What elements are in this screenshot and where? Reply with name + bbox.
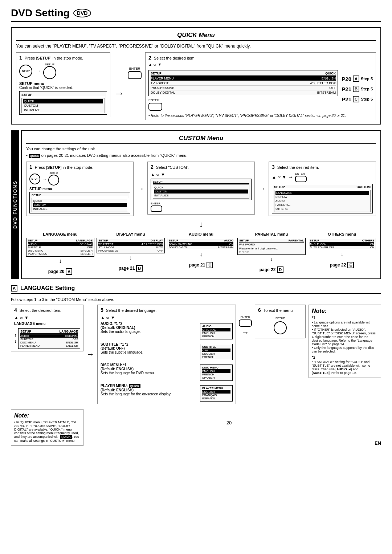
others-menu-screen: SETUPOTHERS ANGLE ICONON AUTO POWER OFFO… (308, 238, 376, 250)
lang-intro: Follow steps 1 to 3 in the "CUSTOM Menu"… (11, 297, 381, 302)
playermenu-lang-item: PLAYER MENU: QUICK (Default: ENGLISH) Se… (101, 384, 233, 402)
custom-step3-screen: SETUPCUSTOM LANGUAGE DISPLAY AUDIO PAREN… (272, 184, 373, 213)
enter-area-2: ENTER (148, 98, 338, 111)
quick-menu-section: QUICK Menu You can select the "PLAYER ME… (11, 27, 381, 125)
quick-step2-label: 2 Select the desired item. (148, 55, 373, 61)
enter-btn-quick[interactable] (128, 71, 142, 79)
quick-step-2: 2 Select the desired item. ▲ or ▼ SETUPQ… (145, 52, 376, 120)
down-arrow-menu: ↓ (26, 220, 376, 229)
down-arrow-l5[interactable]: ▼ (111, 315, 115, 320)
quick-badge-3: QUICK (60, 435, 72, 439)
page-number-area: – 20 – (83, 409, 375, 425)
quick-step1-screen: SETUP QUICK CUSTOM INITIALIZE (19, 91, 107, 115)
lang-page-ref: page 20 A (48, 268, 73, 275)
page-title: DVD Setting DVD (11, 7, 381, 22)
note-bottom-text: • In "QUICK" menu, "PLAYER MENU", "TV AS… (14, 420, 80, 443)
up-arrow-l5[interactable]: ▲ (101, 315, 105, 320)
custom-step3: 3 Select the desired item. ▲ or ▼ → ENTE… (269, 162, 376, 216)
discmenu-lang-item: DISC MENU: *1 (Default: ENGLISH) Sets th… (101, 363, 233, 381)
language-menu-box: LANGUAGE menu SETUPLANGUAGE AUDIOORIGINA… (26, 232, 94, 275)
others-page-ref: page 22 E (330, 262, 354, 268)
lang-enter-step6: ENTER → (239, 315, 252, 337)
star2-bullets: • "LANGUAGE" setting for "AUDIO" and "SU… (312, 360, 378, 375)
lang-steps-row: 4 Select the desired item. ▲ or ▼ LANGUA… (11, 305, 381, 404)
bottom-row: Note: • In "QUICK" menu, "PLAYER MENU", … (11, 409, 381, 446)
down-arrow-c2[interactable]: ▼ (161, 172, 165, 177)
quick-step2-screen-wrap: SETUPQUICK PLAYER MENUENGLISH TV ASPECT4… (148, 69, 338, 111)
down-arrow-quick2[interactable]: ▼ (158, 63, 162, 66)
stop-btn-2[interactable]: STOP (29, 174, 40, 184)
parental-menu-box: PARENTAL menu SETUPPARENTAL PASSWORD Ple… (237, 232, 306, 273)
custom-intro2: • QUICK on pages 20-21 indicates DVD set… (26, 153, 376, 158)
page-refs: P20 A Step 5 P21 B Step 5 P21 C Step 5 (342, 69, 373, 111)
custom-step2-nav: ▲ or ▼ (151, 172, 252, 177)
custom-steps-row: 1 Press [SETUP] in the stop mode. STOP →… (26, 162, 376, 216)
enter-btn-lang[interactable] (239, 319, 252, 327)
enter-c2: ENTER (151, 202, 252, 212)
confirm-text: Confirm that "QUICK" is selected. (19, 86, 107, 90)
audio-menu-box: AUDIO menu SETUPAUDIO DOWN SAMPLINGON DO… (167, 232, 235, 268)
lang-step6: 6 To exit the menu SETUP (255, 305, 306, 338)
custom-step1: 1 Press [SETUP] in the stop mode. STOP →… (26, 162, 134, 216)
star1-label: *1 (312, 316, 378, 320)
custom-menu-wrapper: DVD FUNCTIONS CUSTOM Menu You can change… (11, 130, 381, 279)
title-text: DVD Setting (11, 7, 70, 19)
quick-arrow-1: → (114, 88, 124, 99)
lang-menu-label: LANGUAGE menu (14, 322, 80, 326)
language-setting-section: A LANGUAGE Setting Follow steps 1 to 3 i… (11, 285, 381, 446)
enter-btn-c3[interactable] (295, 176, 307, 182)
custom-setup-label: SETUP menu (29, 187, 130, 191)
enter-btn-c2[interactable] (151, 205, 162, 212)
lang-step5: 5 Select the desired language. ▲ or ▼ AU… (97, 305, 236, 404)
custom-step1-screen: SETUP QUICK CUSTOM INITIALIZE (29, 192, 130, 213)
audio-menu-screen: SETUPAUDIO DOWN SAMPLINGON DOLBY DIGITAL… (167, 238, 235, 250)
display-page-ref: page 21 B (119, 265, 143, 272)
up-arrow-c3[interactable]: ▲ (272, 175, 276, 180)
custom-intro1: You can change the settings of the unit. (26, 147, 376, 151)
playermenu-lang-screen: PLAYER MENU ENGLISH FRANÇAIS ESPAÑOL (200, 385, 233, 402)
enter-btn-2[interactable] (148, 103, 162, 111)
up-arrow-c2[interactable]: ▲ (151, 172, 155, 177)
discmenu-lang-screen: DISC MENU ENGLISH FRENCH SPANISH (200, 364, 233, 381)
dvd-icon: DVD (73, 9, 91, 17)
parental-page-ref: page 22 D (260, 266, 284, 273)
menu-diagram-row: LANGUAGE menu SETUPLANGUAGE AUDIOORIGINA… (26, 232, 376, 275)
custom-menu-title: CUSTOM Menu (26, 135, 376, 144)
down-arrow-l4[interactable]: ▼ (24, 315, 29, 320)
enter-area: ENTER (128, 67, 142, 79)
lang-step4-screen: SETUPLANGUAGE AUDIOORIGINAL SUBTITLEOFF … (18, 328, 80, 349)
custom-arrow-1: → (136, 184, 144, 194)
setup-btn-6[interactable] (274, 321, 287, 334)
setup-btn-2[interactable] (48, 175, 59, 186)
others-menu-box: OTHERS menu SETUPOTHERS ANGLE ICONON AUT… (308, 232, 376, 268)
setup-menu-label: SETUP menu (19, 81, 107, 86)
lang-step4-nav: ▲ or ▼ (14, 315, 80, 320)
display-menu-box: DISPLAY menu SETUPDISPLAY TV ASPECT4:3 L… (97, 232, 165, 272)
quick-note: • Refer to the sections "PLAYER MENU", "… (148, 114, 373, 118)
language-menu-screen: SETUPLANGUAGE AUDIOORIGINAL SUBTITLEOFF … (26, 238, 94, 257)
audio-lang-item: AUDIO: *1 *2 (Default: ORIGINAL) Sets th… (101, 322, 233, 339)
setup-label-6: SETUP (258, 317, 302, 320)
quick-step-1: 1 Press [SETUP] in the stop mode. STOP →… (16, 52, 110, 117)
stop-btn[interactable]: STOP (19, 65, 32, 78)
custom-step1-buttons: STOP → SETUP (29, 172, 130, 186)
lang-step4: 4 Select the desired item. ▲ or ▼ LANGUA… (11, 305, 83, 351)
audio-lang-screen: AUDIO ORIGINAL ENGLISH FRENCH (200, 323, 233, 339)
quick-menu-steps: 1 Press [SETUP] in the stop mode. STOP →… (16, 52, 376, 120)
note-right: Note: *1 • Language options are not avai… (309, 305, 381, 378)
lang-section-title: A LANGUAGE Setting (11, 285, 381, 294)
quick-menu-intro: You can select the "PLAYER MENU", "TV AS… (16, 44, 376, 49)
up-arrow-l4[interactable]: ▲ (14, 315, 19, 320)
subtitle-lang-screen: SUBTITLE OFF ENGLISH FRENCH (200, 344, 233, 360)
note-bottom: Note: • In "QUICK" menu, "PLAYER MENU", … (11, 409, 83, 446)
custom-menu-section: CUSTOM Menu You can change the settings … (21, 130, 381, 279)
setup-btn[interactable] (43, 66, 56, 79)
down-arrow-c3[interactable]: ▼ (282, 175, 286, 180)
quick-step2-screen: SETUPQUICK PLAYER MENUENGLISH TV ASPECT4… (148, 70, 338, 96)
star1-bullets: • Language options are not available wit… (312, 321, 378, 353)
side-label: DVD FUNCTIONS (11, 130, 19, 279)
audio-page-ref: page 21 C (189, 262, 213, 268)
up-arrow-quick2[interactable]: ▲ (148, 63, 152, 66)
custom-step2: 2 Select "CUSTOM". ▲ or ▼ SETUP QUICK CU… (147, 162, 255, 215)
display-menu-screen: SETUPDISPLAY TV ASPECT4:3 LETTER BOX STI… (97, 238, 165, 253)
